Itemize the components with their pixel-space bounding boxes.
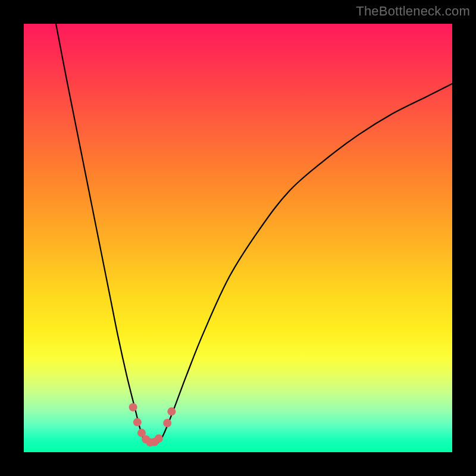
marker-point xyxy=(133,418,142,427)
chart-frame: TheBottleneck.com xyxy=(0,0,476,476)
marker-point xyxy=(163,419,171,427)
marker-point xyxy=(129,403,137,411)
curve-layer xyxy=(24,24,452,452)
watermark-text: TheBottleneck.com xyxy=(356,4,470,19)
curve-markers xyxy=(129,403,176,446)
marker-point xyxy=(167,408,176,416)
plot-area xyxy=(24,24,452,452)
bottleneck-curve xyxy=(56,24,452,444)
marker-point xyxy=(155,434,163,443)
